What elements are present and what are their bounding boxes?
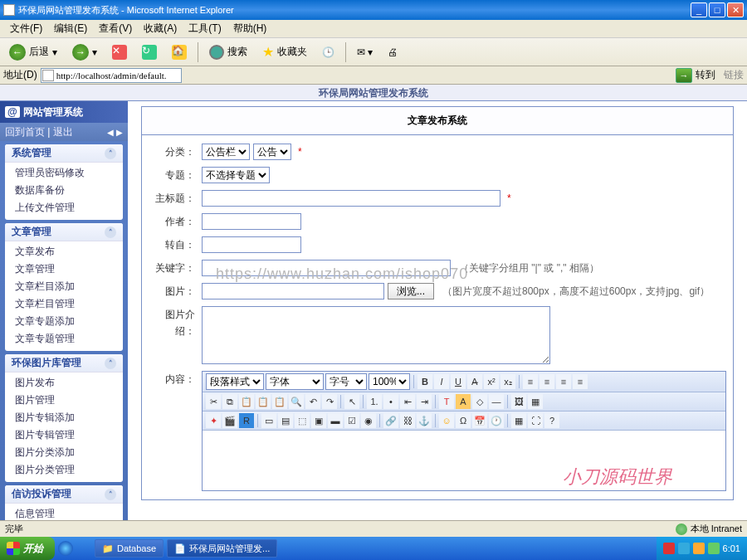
paste-icon[interactable]: 📋 xyxy=(239,394,254,409)
editor-zoom[interactable]: 100% xyxy=(369,373,410,390)
indent-icon[interactable]: ⇥ xyxy=(417,394,432,409)
align-center-icon[interactable]: ≡ xyxy=(540,374,554,389)
taskbar-item-ie[interactable]: 📄 环保局网站管理发... xyxy=(167,539,277,558)
refresh-button[interactable]: ↻ xyxy=(136,41,163,63)
sidebar-item[interactable]: 文章栏目管理 xyxy=(12,295,116,313)
undo-icon[interactable]: ↶ xyxy=(305,394,320,409)
tray-icon[interactable] xyxy=(693,543,705,554)
sidebar-item[interactable]: 文章发布 xyxy=(12,243,116,261)
desktop-icon[interactable] xyxy=(75,541,90,556)
paste-text-icon[interactable]: 📋 xyxy=(256,394,271,409)
links-label[interactable]: 链接 xyxy=(724,68,744,82)
help-icon[interactable]: ? xyxy=(544,413,559,428)
sub-icon[interactable]: x₂ xyxy=(500,374,515,389)
remove-format-icon[interactable]: ◇ xyxy=(472,394,487,409)
unlink-icon[interactable]: ⛓ xyxy=(400,413,415,428)
sidebar-group-header[interactable]: 信访投诉管理˄ xyxy=(5,485,123,504)
print-button[interactable]: 🖨 xyxy=(382,41,403,63)
tray-icon[interactable] xyxy=(678,543,690,554)
favorites-button[interactable]: ★收藏夹 xyxy=(256,41,313,63)
sidebar-group-header[interactable]: 环保图片库管理˄ xyxy=(5,354,123,373)
sidebar-item[interactable]: 文章专题管理 xyxy=(12,330,116,348)
pointer-icon[interactable]: ↖ xyxy=(344,394,359,409)
sidebar-item[interactable]: 图片分类添加 xyxy=(12,444,116,461)
menu-view[interactable]: 查看(V) xyxy=(94,20,137,37)
go-button[interactable]: → xyxy=(676,68,692,83)
insert-image-icon[interactable]: 🖼 xyxy=(511,394,526,409)
align-right-icon[interactable]: ≡ xyxy=(556,374,571,389)
maximize-button[interactable]: □ xyxy=(709,2,725,17)
sidebar-item[interactable]: 图片专辑管理 xyxy=(12,426,116,444)
sidebar-group-header[interactable]: 系统管理˄ xyxy=(5,144,123,163)
close-button[interactable]: ✕ xyxy=(727,2,744,17)
cut-icon[interactable]: ✂ xyxy=(206,394,221,409)
form-icon[interactable]: ▤ xyxy=(278,413,293,428)
editor-fontsize[interactable]: 字号 xyxy=(325,373,367,390)
select-topic[interactable]: 不选择专题 xyxy=(202,167,270,183)
time-icon[interactable]: 🕐 xyxy=(489,413,504,428)
input-reprint[interactable] xyxy=(202,236,301,253)
align-justify-icon[interactable]: ≡ xyxy=(573,374,588,389)
smiley-icon[interactable]: ☺ xyxy=(439,413,454,428)
backcolor-icon[interactable]: A xyxy=(456,394,471,409)
sidebar-item[interactable]: 图片分类管理 xyxy=(12,461,116,479)
sidebar-arrows[interactable]: ◀ ▶ xyxy=(107,128,123,137)
align-left-icon[interactable]: ≡ xyxy=(523,374,538,389)
menu-help[interactable]: 帮助(H) xyxy=(228,20,272,37)
menu-favorites[interactable]: 收藏(A) xyxy=(139,20,182,37)
browse-button[interactable]: 浏览... xyxy=(388,283,434,299)
tray-icon[interactable] xyxy=(708,543,720,554)
outdent-icon[interactable]: ⇤ xyxy=(400,394,415,409)
sidebar-item[interactable]: 文章栏目添加 xyxy=(12,278,116,295)
date-icon[interactable]: 📅 xyxy=(472,413,487,428)
forward-button[interactable]: → ▾ xyxy=(66,41,103,63)
sidebar-logout-link[interactable]: 退出 xyxy=(53,126,73,138)
history-button[interactable]: 🕒 xyxy=(316,41,340,63)
sidebar-item[interactable]: 上传文件管理 xyxy=(12,199,116,217)
menu-file[interactable]: 文件(F) xyxy=(5,20,47,37)
textarea-icon[interactable]: ▣ xyxy=(311,413,326,428)
ie-icon[interactable] xyxy=(58,541,73,556)
source-icon[interactable]: ▦ xyxy=(511,413,526,428)
button-icon[interactable]: ▬ xyxy=(328,413,343,428)
sidebar-item[interactable]: 数据库备份 xyxy=(12,182,116,199)
underline-icon[interactable]: U xyxy=(451,374,466,389)
minimize-button[interactable]: _ xyxy=(691,2,707,17)
select-subcategory[interactable]: 公告 xyxy=(253,144,291,160)
italic-icon[interactable]: I xyxy=(434,374,449,389)
back-button[interactable]: ←后退 ▾ xyxy=(3,41,63,63)
menu-edit[interactable]: 编辑(E) xyxy=(49,20,92,37)
fullscreen-icon[interactable]: ⛶ xyxy=(528,413,543,428)
editor-font[interactable]: 字体 xyxy=(266,373,324,390)
sidebar-item[interactable]: 图片发布 xyxy=(12,374,116,392)
sidebar-item[interactable]: 管理员密码修改 xyxy=(12,164,116,182)
input-keywords[interactable] xyxy=(202,260,451,276)
editor-para-style[interactable]: 段落样式 xyxy=(206,373,264,390)
list-ul-icon[interactable]: • xyxy=(383,394,398,409)
stop-button[interactable]: ✕ xyxy=(106,41,133,63)
hr-icon[interactable]: — xyxy=(489,394,504,409)
input-image-path[interactable] xyxy=(202,283,384,299)
radio-icon[interactable]: ◉ xyxy=(361,413,376,428)
select-category[interactable]: 公告栏 xyxy=(202,144,250,160)
real-icon[interactable]: R xyxy=(239,413,254,428)
paste-word-icon[interactable]: 📋 xyxy=(272,394,287,409)
tray-icon[interactable] xyxy=(663,543,675,554)
copy-icon[interactable]: ⧉ xyxy=(222,394,237,409)
link-icon[interactable]: 🔗 xyxy=(383,413,398,428)
home-button[interactable]: 🏠 xyxy=(166,41,193,63)
forecolor-icon[interactable]: T xyxy=(439,394,454,409)
sidebar-item[interactable]: 文章管理 xyxy=(12,261,116,278)
strike-icon[interactable]: A̶ xyxy=(467,374,482,389)
bold-icon[interactable]: B xyxy=(417,374,432,389)
editor-content[interactable] xyxy=(203,431,725,490)
mail-button[interactable]: ✉ ▾ xyxy=(351,41,378,63)
find-icon[interactable]: 🔍 xyxy=(289,394,304,409)
textfield-icon[interactable]: ⬚ xyxy=(295,413,310,428)
media-icon[interactable]: 🎬 xyxy=(222,413,237,428)
sidebar-home-link[interactable]: 回到首页 xyxy=(5,126,45,138)
address-input[interactable] xyxy=(41,68,182,83)
textarea-image-intro[interactable] xyxy=(202,306,550,364)
sidebar-item[interactable]: 文章专题添加 xyxy=(12,313,116,330)
list-ol-icon[interactable]: 1. xyxy=(367,394,382,409)
